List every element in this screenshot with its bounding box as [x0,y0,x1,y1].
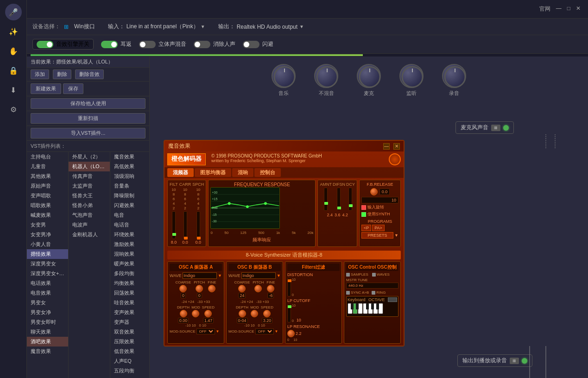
next-program-btn[interactable]: PA> [372,225,385,231]
vst-item[interactable]: 魔音效果 [110,152,149,162]
list-item[interactable]: 儿童音 [27,162,68,171]
vst-item[interactable]: 降噪限制 [110,191,149,201]
del-button[interactable]: 删除 [53,69,71,79]
earback-toggle[interactable]: 耳返 [101,40,132,48]
mod-source-b-select[interactable]: OFF [255,328,274,334]
coarse-b-knob[interactable] [238,285,246,292]
difsn-track[interactable] [337,188,341,211]
topbar-close[interactable]: ✕ [576,5,581,13]
fader-filt-track[interactable] [172,211,176,239]
vst-item[interactable]: 电音 [110,210,149,220]
noise-cancel-toggle[interactable]: 消除人声 [194,40,235,48]
list-item[interactable]: 气泡声音 [69,210,110,220]
vst-item[interactable]: 双音效果 [110,327,149,337]
fader-carr-track[interactable] [183,211,187,239]
magic-minimize-btn[interactable]: — [383,143,390,150]
pitch-b-knob[interactable] [254,285,262,292]
list-item[interactable]: 喊麦效果 [27,210,68,220]
flash-avoid-toggle[interactable]: 闪避 [243,40,273,48]
list-item[interactable]: 变声唱歌 [27,191,68,201]
list-item[interactable]: 其他效果 [27,171,68,181]
vst-item[interactable]: 顶级混响 [110,171,149,181]
wave-b-dropdown[interactable]: Indigo [241,272,276,279]
list-item[interactable]: 外星人（2） [69,152,110,162]
console-tab[interactable]: 控制台 [254,168,281,177]
import-button[interactable]: 导入VST插件... [31,128,145,139]
list-item[interactable]: 深度男变女+混响 [27,269,68,278]
topbar-maximize[interactable]: □ [567,5,570,13]
list-item[interactable]: 电话效果 [27,278,68,288]
magic-close-btn[interactable]: ✕ [393,143,400,150]
reverb-tab[interactable]: 混响 [232,168,253,177]
vst-item[interactable]: 暖声效果 [110,259,149,269]
vst-item[interactable]: 闪避效果 [110,201,149,210]
depth-a-knob[interactable] [180,310,187,317]
record-knob[interactable] [442,64,466,88]
vst-item[interactable]: 压限效果 [110,337,149,346]
vst-item[interactable]: 音量条 [110,181,149,191]
input-select[interactable]: 输入： Line in at front panel（Pink） ▼ [108,23,205,31]
del-effect-button[interactable]: 删除音效 [75,69,104,79]
list-item[interactable]: 小黄人音 [27,239,68,249]
list-item-robot[interactable]: 机器人（LOL） [69,162,110,171]
fine-a-knob[interactable] [208,285,215,292]
rescan-button[interactable]: 重新扫描 [31,113,145,124]
distortion-fader[interactable] [287,278,291,296]
vst-item[interactable]: 回荡效果 [110,288,149,298]
presets-btn[interactable]: PRESETS [361,232,393,239]
mic-knob[interactable] [357,64,381,88]
vst-item[interactable]: RoVee [110,376,149,378]
vst-item[interactable]: 多段均衡 [110,269,149,278]
fb-release-knob[interactable] [370,188,378,195]
mod-source-a-select[interactable]: OFF [196,328,215,334]
list-item[interactable]: 怪兽小弟 [69,201,110,210]
use-synth-checkbox[interactable] [361,212,366,217]
output-dropdown-arrow[interactable]: ▼ [299,24,304,29]
save-button[interactable]: 保存 [63,83,83,94]
list-item[interactable]: 深度男变女 [27,259,68,269]
waves-checkbox[interactable] [372,273,376,277]
add-button[interactable]: 添加 [31,69,49,79]
effect-toggle[interactable]: 音效引擎开关 [32,39,94,50]
topbar-guanwang[interactable]: 官网 [539,5,550,13]
wave-a-select[interactable]: WAVE Indigo ▼ [170,272,222,279]
ring-checkbox[interactable] [372,291,375,295]
mixer-tab[interactable]: 混频器 [167,168,194,177]
list-item[interactable]: 唱歌效果 [27,201,68,210]
samples-checkbox[interactable] [346,273,350,277]
vst-item[interactable]: 五段均衡 [110,366,149,376]
stereo-mix-toggle[interactable]: 立体声混音 [139,40,186,48]
input-rotate-checkbox[interactable] [361,205,366,210]
vst-item[interactable]: 激励效果 [110,239,149,249]
sidebar-icon-download[interactable]: ⬇ [5,82,22,98]
eq-tab[interactable]: 图形均衡器 [195,168,231,177]
vst-item[interactable]: 混响效果 [110,249,149,259]
list-item[interactable]: 电音效果 [27,288,68,298]
mod-b-knob[interactable] [251,310,258,317]
sidebar-icon-magic[interactable]: ✨ [5,23,22,40]
list-item[interactable]: 聊天效果 [27,327,68,337]
depth-b-knob[interactable] [239,310,246,317]
vst-item[interactable]: 电话音 [110,220,149,230]
wave-b-select[interactable]: WAVE Indigo ▼ [228,272,281,279]
pitch-a-knob[interactable] [196,285,203,292]
wave-a-dropdown[interactable]: Indigo [183,272,217,279]
amnt-track[interactable] [324,188,328,211]
sync-ab-checkbox[interactable] [346,291,350,295]
save-others-button[interactable]: 保存给他人使用 [31,98,145,109]
lp-resonance-knob[interactable] [287,330,295,337]
vst-item[interactable]: 变声器 [110,317,149,327]
vst-item[interactable]: 人声EQ [110,356,149,366]
list-item[interactable]: 男变女 [27,298,68,308]
vst-item[interactable]: 高低效果 [110,162,149,171]
vst-item[interactable]: 均衡效果 [110,278,149,288]
dcy-track[interactable] [348,188,352,211]
vst-item[interactable]: 哇音效果 [110,298,149,308]
record-button[interactable] [389,153,401,165]
list-item[interactable]: 金刚机器人 [69,230,110,239]
list-item[interactable]: 男变女即时 [27,317,68,327]
output-select[interactable]: 输出： Realtek HD Audio output ▼ [218,23,304,31]
list-item[interactable]: 原始声音 [27,181,68,191]
speed-a-knob[interactable] [204,310,212,317]
list-item[interactable]: 女变男 [27,220,68,230]
